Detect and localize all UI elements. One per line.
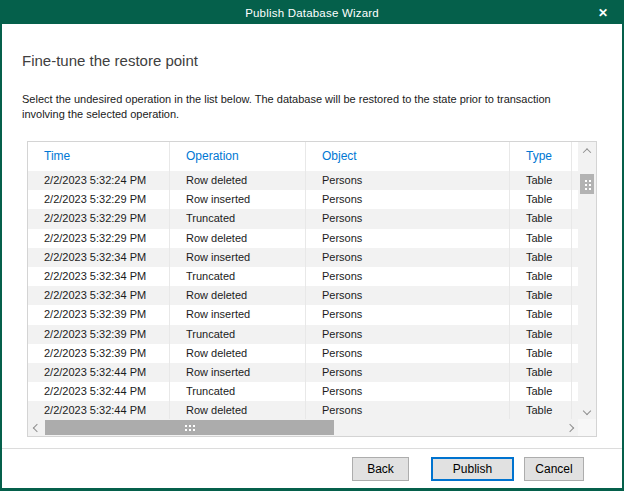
- table-row[interactable]: 2/2/2023 5:32:39 PM Truncated Persons Ta…: [28, 325, 578, 344]
- table-row[interactable]: 2/2/2023 5:32:44 PM Truncated Persons Ta…: [28, 382, 578, 401]
- scroll-up-button[interactable]: [578, 142, 596, 159]
- table-cell-time: 2/2/2023 5:32:44 PM: [28, 363, 170, 382]
- back-button[interactable]: Back: [352, 457, 409, 481]
- table-cell-time: 2/2/2023 5:32:29 PM: [28, 190, 170, 209]
- table-cell-operation: Row deleted: [170, 401, 306, 419]
- grip-dots-icon: [184, 424, 195, 431]
- table-cell-operation: Row deleted: [170, 286, 306, 305]
- scrollbar-corner: [578, 419, 596, 436]
- table-cell-operation: Row inserted: [170, 363, 306, 382]
- grip-dots-icon: [584, 179, 591, 190]
- table-cell-time: 2/2/2023 5:32:34 PM: [28, 286, 170, 305]
- table-cell-operation: Truncated: [170, 267, 306, 286]
- table-cell-object: Persons: [306, 363, 510, 382]
- table-cell-operation: Truncated: [170, 325, 306, 344]
- publish-database-wizard-window: Publish Database Wizard ✕ Fine-tune the …: [0, 0, 624, 491]
- table-cell-object: Persons: [306, 229, 510, 248]
- table-row[interactable]: 2/2/2023 5:32:34 PM Row deleted Persons …: [28, 286, 578, 305]
- footer-divider: [2, 448, 622, 449]
- chevron-right-icon: [565, 423, 573, 431]
- table-cell-time: 2/2/2023 5:32:34 PM: [28, 248, 170, 267]
- table-cell-operation: Row deleted: [170, 171, 306, 190]
- table-cell-time: 2/2/2023 5:32:29 PM: [28, 229, 170, 248]
- table-cell-type: Table: [510, 325, 572, 344]
- table-cell-operation: Row inserted: [170, 248, 306, 267]
- scroll-down-button[interactable]: [578, 402, 596, 419]
- table-row[interactable]: 2/2/2023 5:32:29 PM Row deleted Persons …: [28, 229, 578, 248]
- table-row[interactable]: 2/2/2023 5:32:44 PM Row inserted Persons…: [28, 363, 578, 382]
- table-cell-operation: Row deleted: [170, 344, 306, 363]
- table-cell-object: Persons: [306, 401, 510, 419]
- table-cell-object: Persons: [306, 305, 510, 324]
- table-row[interactable]: 2/2/2023 5:32:29 PM Row inserted Persons…: [28, 190, 578, 209]
- table-cell-object: Persons: [306, 286, 510, 305]
- table-row[interactable]: 2/2/2023 5:32:24 PM Row deleted Persons …: [28, 171, 578, 190]
- table-row[interactable]: 2/2/2023 5:32:44 PM Row deleted Persons …: [28, 401, 578, 419]
- vertical-scrollbar-thumb[interactable]: [580, 174, 594, 194]
- horizontal-scrollbar-thumb[interactable]: [45, 420, 334, 435]
- table-cell-type: Table: [510, 229, 572, 248]
- table-cell-operation: Truncated: [170, 382, 306, 401]
- table-cell-type: Table: [510, 363, 572, 382]
- table-row[interactable]: 2/2/2023 5:32:29 PM Truncated Persons Ta…: [28, 209, 578, 228]
- table-cell-time: 2/2/2023 5:32:24 PM: [28, 171, 170, 190]
- window-title: Publish Database Wizard: [245, 7, 379, 19]
- table-cell-time: 2/2/2023 5:32:44 PM: [28, 401, 170, 419]
- table-cell-object: Persons: [306, 344, 510, 363]
- table-cell-operation: Row inserted: [170, 190, 306, 209]
- table-cell-type: Table: [510, 401, 572, 419]
- page-title: Fine-tune the restore point: [22, 52, 198, 69]
- column-header-operation[interactable]: Operation: [170, 142, 306, 171]
- table-row[interactable]: 2/2/2023 5:32:34 PM Row inserted Persons…: [28, 248, 578, 267]
- vertical-scrollbar[interactable]: [578, 142, 596, 419]
- publish-button[interactable]: Publish: [431, 457, 514, 481]
- column-header-time[interactable]: Time: [28, 142, 170, 171]
- table-cell-operation: Row deleted: [170, 229, 306, 248]
- table-cell-type: Table: [510, 382, 572, 401]
- table-cell-object: Persons: [306, 382, 510, 401]
- title-bar[interactable]: Publish Database Wizard ✕: [2, 2, 622, 24]
- table-cell-type: Table: [510, 248, 572, 267]
- table-cell-operation: Row inserted: [170, 305, 306, 324]
- table-body: 2/2/2023 5:32:24 PM Row deleted Persons …: [28, 171, 578, 419]
- page-description: Select the undesired operation in the li…: [22, 92, 606, 122]
- table-row[interactable]: 2/2/2023 5:32:39 PM Row inserted Persons…: [28, 305, 578, 324]
- table-cell-object: Persons: [306, 248, 510, 267]
- table-cell-type: Table: [510, 267, 572, 286]
- chevron-down-icon: [583, 406, 591, 414]
- table-row[interactable]: 2/2/2023 5:32:39 PM Row deleted Persons …: [28, 344, 578, 363]
- chevron-up-icon: [583, 148, 591, 156]
- operations-table: Time Operation Object Type 2/2/2023 5:32…: [27, 141, 597, 437]
- table-cell-object: Persons: [306, 325, 510, 344]
- chevron-left-icon: [32, 423, 40, 431]
- table-cell-type: Table: [510, 209, 572, 228]
- table-cell-time: 2/2/2023 5:32:34 PM: [28, 267, 170, 286]
- close-button[interactable]: ✕: [590, 2, 616, 24]
- table-header: Time Operation Object Type: [28, 142, 578, 171]
- table-viewport: Time Operation Object Type 2/2/2023 5:32…: [28, 142, 578, 419]
- table-cell-time: 2/2/2023 5:32:39 PM: [28, 305, 170, 324]
- table-cell-object: Persons: [306, 190, 510, 209]
- scroll-left-button[interactable]: [28, 419, 45, 436]
- table-cell-object: Persons: [306, 209, 510, 228]
- table-cell-type: Table: [510, 171, 572, 190]
- close-icon: ✕: [598, 6, 608, 20]
- table-cell-type: Table: [510, 344, 572, 363]
- cancel-button[interactable]: Cancel: [524, 457, 584, 481]
- table-cell-time: 2/2/2023 5:32:39 PM: [28, 344, 170, 363]
- column-header-type[interactable]: Type: [510, 142, 572, 171]
- page-description-line1: Select the undesired operation in the li…: [22, 92, 606, 107]
- table-cell-time: 2/2/2023 5:32:29 PM: [28, 209, 170, 228]
- page-description-line2: involving the selected operation.: [22, 107, 606, 122]
- table-cell-operation: Truncated: [170, 209, 306, 228]
- table-cell-object: Persons: [306, 171, 510, 190]
- horizontal-scrollbar[interactable]: [28, 419, 578, 436]
- column-header-object[interactable]: Object: [306, 142, 510, 171]
- table-row[interactable]: 2/2/2023 5:32:34 PM Truncated Persons Ta…: [28, 267, 578, 286]
- table-cell-time: 2/2/2023 5:32:44 PM: [28, 382, 170, 401]
- scroll-right-button[interactable]: [561, 419, 578, 436]
- table-cell-object: Persons: [306, 267, 510, 286]
- table-cell-type: Table: [510, 190, 572, 209]
- table-cell-type: Table: [510, 286, 572, 305]
- table-cell-time: 2/2/2023 5:32:39 PM: [28, 325, 170, 344]
